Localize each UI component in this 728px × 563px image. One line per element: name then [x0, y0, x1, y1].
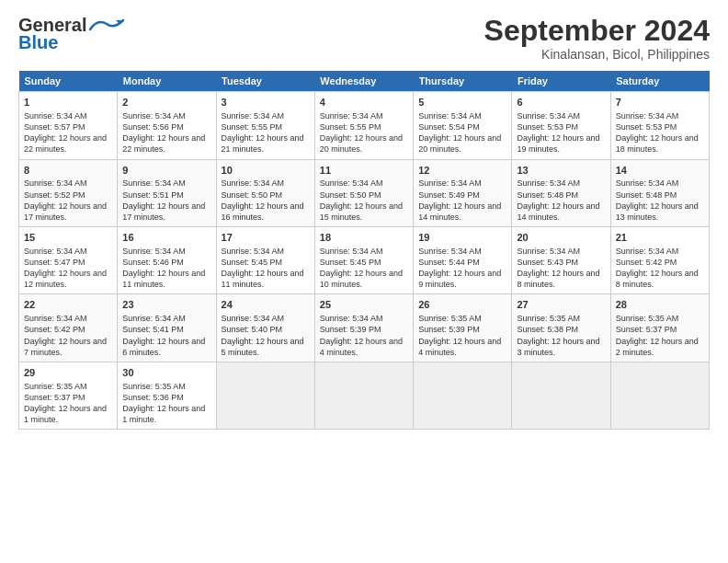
empty-cell: [512, 362, 610, 429]
day-cell-14: 14Sunrise: 5:34 AMSunset: 5:48 PMDayligh…: [610, 159, 709, 226]
daylight-text: Daylight: 12 hours and 2 minutes.: [616, 337, 699, 357]
sunset-text: Sunset: 5:53 PM: [517, 122, 578, 132]
sunrise-text: Sunrise: 5:34 AM: [222, 178, 285, 188]
logo: General Blue: [18, 15, 125, 53]
day-header-wednesday: Wednesday: [314, 71, 413, 92]
sunrise-text: Sunrise: 5:35 AM: [517, 314, 580, 323]
day-number: 14: [616, 164, 704, 178]
daylight-text: Daylight: 12 hours and 16 minutes.: [222, 201, 304, 222]
sunset-text: Sunset: 5:41 PM: [122, 325, 184, 334]
day-number: 19: [418, 231, 506, 245]
sunrise-text: Sunrise: 5:34 AM: [320, 111, 383, 121]
day-cell-28: 28Sunrise: 5:35 AMSunset: 5:37 PMDayligh…: [610, 294, 709, 362]
sunrise-text: Sunrise: 5:35 AM: [418, 314, 482, 323]
sunset-text: Sunset: 5:55 PM: [222, 122, 283, 132]
daylight-text: Daylight: 12 hours and 11 minutes.: [222, 269, 304, 289]
day-cell-1: 1Sunrise: 5:34 AMSunset: 5:57 PMDaylight…: [19, 92, 118, 159]
sunset-text: Sunset: 5:37 PM: [616, 325, 677, 334]
day-header-row: SundayMondayTuesdayWednesdayThursdayFrid…: [19, 71, 710, 92]
sunrise-text: Sunrise: 5:35 AM: [24, 382, 87, 391]
sunset-text: Sunset: 5:49 PM: [418, 190, 480, 200]
daylight-text: Daylight: 12 hours and 22 minutes.: [24, 133, 107, 154]
sunrise-text: Sunrise: 5:34 AM: [24, 314, 87, 323]
day-number: 1: [24, 96, 112, 109]
empty-cell: [216, 362, 314, 429]
day-number: 11: [320, 164, 408, 178]
calendar-week-row: 1Sunrise: 5:34 AMSunset: 5:57 PMDaylight…: [19, 92, 710, 159]
daylight-text: Daylight: 12 hours and 14 minutes.: [517, 201, 599, 222]
calendar-week-row: 22Sunrise: 5:34 AMSunset: 5:42 PMDayligh…: [19, 294, 710, 362]
day-cell-10: 10Sunrise: 5:34 AMSunset: 5:50 PMDayligh…: [216, 159, 314, 226]
day-number: 12: [418, 164, 506, 178]
day-number: 26: [418, 298, 506, 312]
day-cell-19: 19Sunrise: 5:34 AMSunset: 5:44 PMDayligh…: [414, 227, 512, 294]
day-cell-26: 26Sunrise: 5:35 AMSunset: 5:39 PMDayligh…: [414, 294, 512, 362]
day-cell-30: 30Sunrise: 5:35 AMSunset: 5:36 PMDayligh…: [118, 362, 216, 429]
sunrise-text: Sunrise: 5:35 AM: [122, 382, 186, 391]
empty-cell: [610, 362, 709, 429]
day-cell-18: 18Sunrise: 5:34 AMSunset: 5:45 PMDayligh…: [314, 227, 413, 294]
sunset-text: Sunset: 5:55 PM: [320, 122, 381, 132]
sunset-text: Sunset: 5:51 PM: [122, 190, 184, 200]
daylight-text: Daylight: 12 hours and 4 minutes.: [320, 337, 403, 357]
calendar-subtitle: Kinalansan, Bicol, Philippines: [484, 47, 710, 62]
day-header-monday: Monday: [118, 71, 216, 92]
day-number: 13: [517, 164, 605, 178]
daylight-text: Daylight: 12 hours and 13 minutes.: [616, 201, 699, 222]
day-cell-9: 9Sunrise: 5:34 AMSunset: 5:51 PMDaylight…: [118, 159, 216, 226]
sunrise-text: Sunrise: 5:34 AM: [122, 178, 186, 188]
day-number: 30: [122, 366, 210, 380]
calendar-table: SundayMondayTuesdayWednesdayThursdayFrid…: [18, 71, 710, 430]
sunrise-text: Sunrise: 5:34 AM: [320, 247, 383, 256]
sunrise-text: Sunrise: 5:34 AM: [24, 178, 87, 188]
day-header-thursday: Thursday: [414, 71, 512, 92]
day-number: 22: [24, 298, 112, 312]
daylight-text: Daylight: 12 hours and 14 minutes.: [418, 201, 501, 222]
calendar-week-row: 29Sunrise: 5:35 AMSunset: 5:37 PMDayligh…: [19, 362, 710, 429]
day-number: 28: [616, 298, 704, 312]
sunset-text: Sunset: 5:50 PM: [320, 190, 381, 200]
daylight-text: Daylight: 12 hours and 17 minutes.: [24, 201, 107, 222]
day-number: 2: [122, 96, 210, 109]
sunrise-text: Sunrise: 5:34 AM: [418, 247, 482, 256]
day-cell-5: 5Sunrise: 5:34 AMSunset: 5:54 PMDaylight…: [414, 92, 512, 159]
day-cell-24: 24Sunrise: 5:34 AMSunset: 5:40 PMDayligh…: [216, 294, 314, 362]
day-cell-8: 8Sunrise: 5:34 AMSunset: 5:52 PMDaylight…: [19, 159, 118, 226]
header: General Blue September 2024 Kinalansan, …: [18, 15, 710, 62]
sunrise-text: Sunrise: 5:34 AM: [517, 111, 580, 121]
calendar-page: General Blue September 2024 Kinalansan, …: [0, 0, 728, 439]
sunrise-text: Sunrise: 5:34 AM: [222, 247, 285, 256]
sunset-text: Sunset: 5:47 PM: [24, 258, 85, 267]
sunrise-text: Sunrise: 5:34 AM: [616, 247, 679, 256]
daylight-text: Daylight: 12 hours and 1 minute.: [122, 404, 205, 424]
empty-cell: [414, 362, 512, 429]
day-number: 10: [222, 164, 310, 178]
day-number: 3: [222, 96, 310, 109]
sunset-text: Sunset: 5:39 PM: [418, 325, 480, 334]
day-number: 18: [320, 231, 408, 245]
sunrise-text: Sunrise: 5:34 AM: [122, 247, 186, 256]
daylight-text: Daylight: 12 hours and 21 minutes.: [222, 133, 304, 154]
calendar-week-row: 8Sunrise: 5:34 AMSunset: 5:52 PMDaylight…: [19, 159, 710, 226]
day-header-saturday: Saturday: [610, 71, 709, 92]
sunrise-text: Sunrise: 5:34 AM: [222, 314, 285, 323]
daylight-text: Daylight: 12 hours and 1 minute.: [24, 404, 107, 424]
sunset-text: Sunset: 5:39 PM: [320, 325, 381, 334]
empty-cell: [314, 362, 413, 429]
day-number: 9: [122, 164, 210, 178]
daylight-text: Daylight: 12 hours and 5 minutes.: [222, 337, 304, 357]
calendar-week-row: 15Sunrise: 5:34 AMSunset: 5:47 PMDayligh…: [19, 227, 710, 294]
daylight-text: Daylight: 12 hours and 18 minutes.: [616, 133, 699, 154]
sunrise-text: Sunrise: 5:34 AM: [517, 247, 580, 256]
sunset-text: Sunset: 5:42 PM: [24, 325, 85, 334]
daylight-text: Daylight: 12 hours and 4 minutes.: [418, 337, 501, 357]
daylight-text: Daylight: 12 hours and 12 minutes.: [24, 269, 107, 289]
day-cell-21: 21Sunrise: 5:34 AMSunset: 5:42 PMDayligh…: [610, 227, 709, 294]
sunset-text: Sunset: 5:56 PM: [122, 122, 184, 132]
sunrise-text: Sunrise: 5:34 AM: [418, 111, 482, 121]
sunrise-text: Sunrise: 5:34 AM: [616, 178, 679, 188]
calendar-title: September 2024: [484, 15, 710, 47]
day-cell-27: 27Sunrise: 5:35 AMSunset: 5:38 PMDayligh…: [512, 294, 610, 362]
day-number: 25: [320, 298, 408, 312]
day-cell-6: 6Sunrise: 5:34 AMSunset: 5:53 PMDaylight…: [512, 92, 610, 159]
